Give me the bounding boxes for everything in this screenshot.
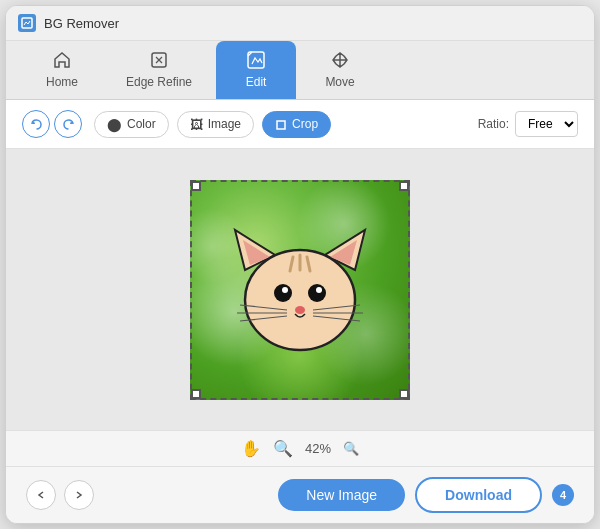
- tab-move[interactable]: Move: [300, 41, 380, 99]
- zoom-percent: 42%: [305, 441, 331, 456]
- action-bar: New Image Download 4: [6, 466, 594, 523]
- tab-edge-refine-label: Edge Refine: [126, 75, 192, 89]
- zoom-out-icon[interactable]: 🔍: [343, 441, 359, 456]
- crop-button[interactable]: Crop: [262, 111, 331, 138]
- edit-icon: [245, 49, 267, 71]
- prev-button[interactable]: [26, 480, 56, 510]
- color-button[interactable]: ⬤ Color: [94, 111, 169, 138]
- redo-button[interactable]: [54, 110, 82, 138]
- svg-point-17: [295, 306, 305, 314]
- svg-point-15: [282, 287, 288, 293]
- canvas-area: [6, 149, 594, 430]
- image-container: [190, 180, 410, 400]
- main-image: [190, 180, 410, 400]
- color-icon: ⬤: [107, 117, 122, 132]
- hand-icon: ✋: [241, 439, 261, 458]
- app-icon: [18, 14, 36, 32]
- tab-edge-refine[interactable]: Edge Refine: [106, 41, 212, 99]
- title-bar: BG Remover: [6, 6, 594, 41]
- nav-arrows: [26, 480, 94, 510]
- move-icon: [329, 49, 351, 71]
- toolbar: ⬤ Color 🖼 Image Crop Ratio: Free 1:1 4:3…: [6, 100, 594, 149]
- home-icon: [51, 49, 73, 71]
- zoom-in-icon[interactable]: 🔍: [273, 439, 293, 458]
- ratio-group: Ratio: Free 1:1 4:3 16:9: [478, 111, 578, 137]
- svg-point-16: [316, 287, 322, 293]
- ratio-label: Ratio:: [478, 117, 509, 131]
- tab-edit[interactable]: Edit: [216, 41, 296, 99]
- svg-point-13: [274, 284, 292, 302]
- download-button[interactable]: Download: [415, 477, 542, 513]
- cat-image: [215, 205, 385, 375]
- notification-badge: 4: [552, 484, 574, 506]
- nav-tabs: Home Edge Refine Edit: [6, 41, 594, 100]
- crop-icon: [275, 117, 287, 132]
- undo-redo-group: [22, 110, 82, 138]
- app-window: BG Remover Home Edge Refine: [5, 5, 595, 524]
- tab-edit-label: Edit: [246, 75, 267, 89]
- image-icon: 🖼: [190, 117, 203, 132]
- image-button[interactable]: 🖼 Image: [177, 111, 254, 138]
- tab-move-label: Move: [325, 75, 354, 89]
- action-buttons: New Image Download 4: [278, 477, 574, 513]
- svg-rect-4: [277, 121, 285, 129]
- tab-home[interactable]: Home: [22, 41, 102, 99]
- new-image-button[interactable]: New Image: [278, 479, 405, 511]
- tab-home-label: Home: [46, 75, 78, 89]
- zoom-bar: ✋ 🔍 42% 🔍: [6, 430, 594, 466]
- undo-button[interactable]: [22, 110, 50, 138]
- next-button[interactable]: [64, 480, 94, 510]
- edge-refine-icon: [148, 49, 170, 71]
- svg-point-14: [308, 284, 326, 302]
- ratio-select[interactable]: Free 1:1 4:3 16:9: [515, 111, 578, 137]
- app-title: BG Remover: [44, 16, 119, 31]
